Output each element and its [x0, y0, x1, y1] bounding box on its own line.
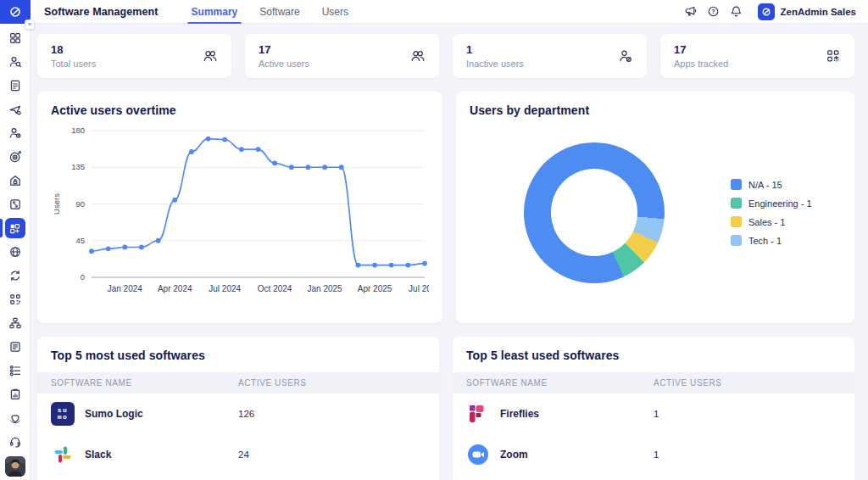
- tables-row: Top 5 most used softwares SOFTWARE NAME …: [37, 337, 854, 480]
- software-name: Sumo Logic: [85, 408, 143, 420]
- sidebar-item-home-security[interactable]: [0, 169, 30, 193]
- sidebar-item-analytics[interactable]: [0, 382, 30, 406]
- legend-swatch: [731, 198, 742, 209]
- donut-chart-area: N/A - 15 Engineering - 1 Sales - 1 Tech …: [470, 117, 841, 308]
- table-row-zoom[interactable]: Zoom 1: [453, 434, 854, 475]
- active-users-count: 1: [654, 449, 841, 460]
- legend-swatch: [731, 235, 742, 246]
- panel-title: Active users overtime: [51, 103, 429, 117]
- sidebar-item-user-settings[interactable]: [0, 121, 30, 145]
- active-users-panel: Active users overtime 04590135180Jan 202…: [37, 92, 442, 323]
- tab-summary[interactable]: Summary: [181, 0, 249, 24]
- sidebar-item-org-chart[interactable]: [0, 311, 30, 335]
- sidebar-nav: [0, 26, 30, 454]
- sidebar-item-reports[interactable]: [0, 335, 30, 359]
- devices-qr-icon: [8, 293, 22, 306]
- legend-item-sales[interactable]: Sales - 1: [731, 216, 812, 227]
- account-switcher[interactable]: ZenAdmin Sales: [758, 3, 856, 20]
- legend-label: N/A - 15: [748, 180, 782, 190]
- zoom-logo: [466, 443, 490, 466]
- stat-label: Inactive users: [466, 59, 524, 69]
- sidebar-item-tasks-checklist[interactable]: [0, 359, 30, 382]
- zenadmin-logo-icon: [761, 7, 771, 17]
- column-software-name: SOFTWARE NAME: [51, 378, 238, 388]
- nav-tabs: Summary Software Users: [181, 0, 359, 24]
- tab-software[interactable]: Software: [248, 0, 310, 24]
- stat-value: 17: [674, 43, 728, 56]
- sidebar: [0, 0, 31, 480]
- sidebar-item-benefits[interactable]: [0, 406, 30, 430]
- help-button[interactable]: ?: [705, 3, 722, 20]
- support-headset-icon: [8, 435, 22, 449]
- people-search-icon: [8, 55, 22, 69]
- sidebar-item-travel[interactable]: [0, 98, 30, 121]
- legend-item-engineering[interactable]: Engineering - 1: [731, 198, 812, 209]
- slack-logo: [51, 443, 75, 466]
- software-apps-icon: [8, 222, 21, 235]
- active-users-count: 24: [238, 449, 426, 460]
- table-row-sumologic[interactable]: su mo Sumo Logic 126: [37, 393, 439, 434]
- sidebar-item-goals[interactable]: [0, 145, 30, 169]
- sumologic-logo: su mo: [51, 402, 75, 426]
- expand-sidebar-button[interactable]: »: [25, 20, 35, 30]
- notifications-button[interactable]: [728, 3, 745, 20]
- active-users-count: 126: [238, 409, 426, 419]
- announcements-button[interactable]: [682, 3, 699, 20]
- svg-text:Jan 2025: Jan 2025: [308, 284, 343, 293]
- tab-users[interactable]: Users: [311, 0, 359, 24]
- table-row-fireflies[interactable]: Fireflies 1: [453, 393, 854, 434]
- sidebar-item-people-search[interactable]: [0, 50, 30, 74]
- stat-card-apps-tracked: 17 Apps tracked: [660, 34, 854, 78]
- user-inactive-icon: [618, 48, 633, 64]
- sidebar-item-devices[interactable]: [0, 287, 30, 311]
- panel-title: Top 5 most used softwares: [37, 349, 439, 362]
- sidebar-item-software-apps[interactable]: [0, 216, 30, 240]
- software-name: Zoom: [500, 449, 528, 460]
- stat-card-inactive-users: 1 Inactive users: [453, 34, 647, 78]
- least-used-softwares-panel: Top 5 least used softwares SOFTWARE NAME…: [453, 337, 854, 480]
- legend-swatch: [731, 216, 742, 227]
- legend-label: Sales - 1: [748, 217, 785, 227]
- legend-label: Engineering - 1: [748, 198, 812, 209]
- column-software-name: SOFTWARE NAME: [466, 378, 654, 388]
- user-avatar[interactable]: [5, 456, 25, 477]
- documents-icon: [8, 79, 22, 92]
- account-name: ZenAdmin Sales: [781, 7, 856, 17]
- sidebar-item-support[interactable]: [0, 430, 30, 454]
- asset-transfer-icon: [8, 198, 22, 211]
- svg-text:?: ?: [711, 8, 715, 14]
- fireflies-logo: [466, 402, 490, 426]
- account-logo: [758, 3, 775, 20]
- megaphone-icon: [684, 5, 697, 18]
- table-row-slack[interactable]: Slack 24: [37, 434, 439, 475]
- stat-value: 17: [259, 43, 309, 56]
- top-navbar: Software Management Summary Software Use…: [31, 0, 868, 24]
- charts-row: Active users overtime 04590135180Jan 202…: [37, 92, 854, 323]
- svg-text:180: 180: [71, 126, 85, 135]
- sidebar-item-dashboard[interactable]: [0, 26, 30, 50]
- legend-swatch: [731, 179, 742, 190]
- column-active-users: ACTIVE USERS: [238, 378, 426, 388]
- benefits-heart-icon: [8, 411, 22, 425]
- stat-card-active-users: 17 Active users: [245, 34, 439, 78]
- svg-text:135: 135: [71, 162, 85, 171]
- topbar-actions: ? ZenAdmin Sales: [682, 3, 868, 20]
- sidebar-item-asset-transfer[interactable]: [0, 193, 30, 216]
- svg-text:Apr 2025: Apr 2025: [358, 284, 392, 293]
- dashboard-icon: [8, 31, 22, 45]
- chevrons-right-icon: »: [28, 21, 31, 27]
- software-name: Fireflies: [500, 408, 539, 420]
- sidebar-item-sync[interactable]: [0, 264, 30, 287]
- legend-item-tech[interactable]: Tech - 1: [731, 235, 812, 246]
- legend-label: Tech - 1: [748, 236, 782, 246]
- users-by-department-panel: Users by department N/A - 15 Engineering…: [456, 92, 854, 323]
- column-active-users: ACTIVE USERS: [654, 378, 841, 388]
- svg-text:90: 90: [75, 199, 85, 209]
- sidebar-item-documents[interactable]: [0, 74, 30, 98]
- svg-text:0: 0: [81, 272, 85, 282]
- svg-text:Jul 2025: Jul 2025: [409, 284, 429, 293]
- sidebar-item-global-settings[interactable]: [0, 240, 30, 264]
- user-avatar-photo: [5, 456, 25, 477]
- legend-item-na[interactable]: N/A - 15: [731, 179, 812, 190]
- table-header: SOFTWARE NAME ACTIVE USERS: [453, 372, 854, 393]
